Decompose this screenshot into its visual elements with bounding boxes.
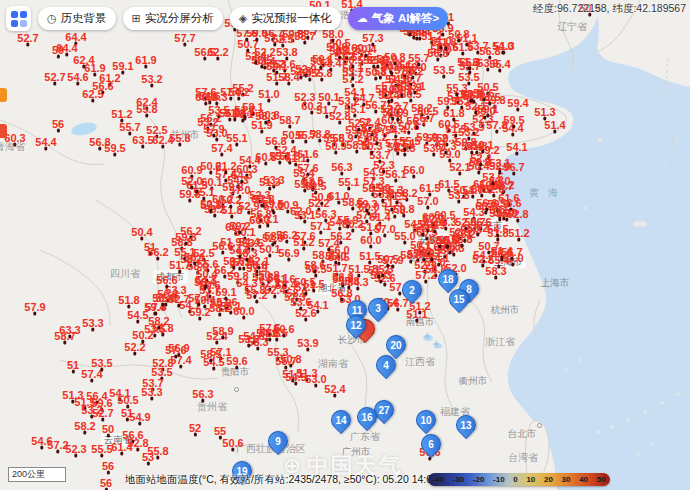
temp-reading: 60.3: [301, 101, 322, 112]
history-background-button[interactable]: ◷ 历史背景: [38, 7, 116, 30]
temp-reading: 50.1: [257, 214, 278, 225]
temp-reading: 57.4: [188, 293, 209, 304]
live-forecast-integration-button[interactable]: ◈ 实况预报一体化: [230, 7, 341, 30]
temp-reading: 56.8: [265, 136, 286, 147]
temp-reading: 57.9: [24, 302, 45, 313]
temp-reading: 50.1: [472, 140, 493, 151]
temp-reading: 50.1: [200, 199, 221, 210]
temp-reading: 55: [214, 426, 226, 437]
temp-reading: 58.7: [279, 115, 300, 126]
temp-reading: 61.9: [135, 55, 156, 66]
temp-reading: 51.8: [435, 37, 456, 48]
temp-reading: 59.5: [503, 115, 524, 126]
temp-reading: 53: [142, 452, 154, 463]
sea-area: [501, 16, 690, 490]
temp-reading: 50.1: [266, 61, 287, 72]
temp-reading: 55.5: [91, 444, 112, 455]
map-scale-bar: 200公里: [8, 467, 66, 482]
temp-reading: 54.9: [424, 220, 445, 231]
temp-reading: 55.7: [119, 122, 140, 133]
temp-reading: 61.8: [443, 108, 464, 119]
temp-reading: 52.8: [329, 111, 350, 122]
temp-reading: 56.2: [467, 223, 488, 234]
temp-reading: 55.2: [294, 179, 315, 190]
temp-reading: 53.7: [342, 67, 363, 78]
temp-reading: 56.7: [501, 247, 522, 258]
temp-reading: 52.3: [65, 444, 86, 455]
temp-reading: 53.9: [297, 338, 318, 349]
temp-reading: 58.5: [200, 349, 221, 360]
temp-reading: 51.5: [303, 279, 324, 290]
temp-reading: 51.0: [258, 89, 279, 100]
weather-ai-answer-button[interactable]: ☁ 气象 AI解答>: [348, 7, 448, 30]
temp-reading: 56.2: [147, 247, 168, 258]
temp-reading: 54.7: [353, 93, 374, 104]
temp-reading: 53.3: [82, 318, 103, 329]
temp-reading: 52.8: [127, 438, 148, 449]
temp-reading: 55.8: [338, 276, 359, 287]
temp-reading: 55.2: [402, 66, 423, 77]
temp-reading: 57.2: [263, 201, 284, 212]
temp-reading: 55.0: [394, 231, 415, 242]
temp-reading: 54.5: [487, 224, 508, 235]
temp-reading: 63.5: [132, 135, 153, 146]
live-splitscreen-analysis-button[interactable]: ⊞ 实况分屏分析: [123, 7, 223, 30]
temp-reading: 57.1: [394, 138, 415, 149]
map-feature-mark: ✚: [424, 332, 431, 341]
temp-reading: 50.4: [152, 293, 173, 304]
temp-reading: 51.2: [508, 228, 529, 239]
temp-reading: 53.2: [238, 334, 259, 345]
warning-marker-orange[interactable]: [0, 88, 7, 102]
map-label-region: 贵州省: [197, 400, 227, 414]
temp-reading: 52.0: [181, 176, 202, 187]
map-label-region: 台北市: [508, 428, 537, 441]
scale-tick-label: -20: [473, 475, 485, 484]
apps-grid-button[interactable]: [6, 6, 31, 31]
cloud-icon: ☁: [357, 12, 368, 25]
temp-reading: 57.4: [264, 33, 285, 44]
temp-reading: 53.0: [305, 374, 326, 385]
temp-reading: 59.3: [356, 199, 377, 210]
temp-reading: 56.7: [406, 116, 427, 127]
temp-reading: 51.2: [111, 109, 132, 120]
legend-title: 地面站地面温度(°C, 有效站/所有站:2435/2478, ≥50°C): 0…: [125, 473, 460, 487]
warning-marker-red[interactable]: [0, 124, 7, 138]
temp-reading: 50.9: [325, 141, 346, 152]
temp-reading: 54.1: [506, 142, 527, 153]
temp-reading: 56.2: [330, 231, 351, 242]
temp-reading: 51.2: [421, 248, 442, 259]
temp-reading: 53.6: [290, 297, 311, 308]
scale-tick-label: 10: [526, 475, 535, 484]
temp-reading: 51.1: [406, 309, 427, 320]
temp-reading: 59.5: [104, 143, 125, 154]
scale-tick-label: 0: [513, 475, 517, 484]
temp-reading: 57.6: [165, 345, 186, 356]
temperature-color-scale: -40-30-20-1001020304050: [428, 473, 610, 486]
legend-bar: 地面站地面温度(°C, 有效站/所有站:2435/2478, ≥50°C): 0…: [0, 470, 690, 490]
temp-reading: 59: [52, 45, 64, 56]
temp-reading: 59.4: [507, 98, 528, 109]
temp-reading: 59.2: [229, 221, 250, 232]
temp-reading: 53.5: [91, 358, 112, 369]
temp-reading: 59.7: [437, 96, 458, 107]
temp-reading: 55.7: [275, 356, 296, 367]
temp-reading: 54.6: [229, 245, 250, 256]
map-label-region: 浙江省: [485, 335, 515, 349]
temp-reading: 59.6: [226, 356, 247, 367]
temp-reading: 57.4: [211, 143, 232, 154]
toolbar: ◷ 历史背景 ⊞ 实况分屏分析 ◈ 实况预报一体化 ☁ 气象 AI解答>: [6, 6, 448, 31]
temp-reading: 56.1: [184, 252, 205, 263]
map-label-region: 广东省: [350, 430, 380, 444]
scale-tick-label: -10: [493, 475, 505, 484]
temp-reading: 50: [102, 424, 114, 435]
button-label: 历史背景: [61, 11, 107, 26]
temp-reading: 55.8: [244, 285, 265, 296]
temp-reading: 58.7: [54, 331, 75, 342]
temp-reading: 55.4: [489, 59, 510, 70]
temp-reading: 52.4: [324, 384, 345, 395]
split-screen-icon: ⊞: [132, 12, 141, 25]
map-label-region: 江西省: [405, 355, 435, 369]
scale-tick-label: 40: [579, 475, 588, 484]
temp-reading: 50.5: [377, 254, 398, 265]
temp-reading: 53.2: [458, 127, 479, 138]
